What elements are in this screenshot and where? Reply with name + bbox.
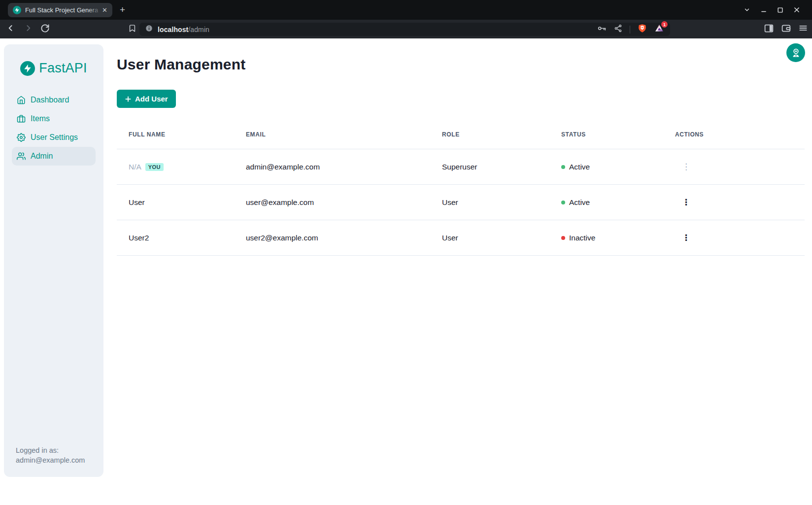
add-user-label: Add User [135, 95, 168, 103]
col-status: STATUS [549, 131, 663, 138]
sidebar-item-label: Dashboard [31, 96, 69, 104]
sidebar-item-items[interactable]: Items [12, 109, 96, 128]
status-text: Active [569, 198, 590, 207]
status-dot [561, 165, 565, 169]
col-full-name: FULL NAME [117, 131, 234, 138]
bookmark-icon[interactable] [128, 24, 136, 34]
brave-rewards-icon[interactable]: 1 [654, 24, 664, 35]
rewards-badge: 1 [661, 21, 668, 28]
gear-icon [17, 133, 26, 142]
users-table: FULL NAME EMAIL ROLE STATUS ACTIONS N/A … [117, 120, 805, 256]
url-text: localhost/admin [158, 26, 209, 34]
sidebar-toggle-icon[interactable] [764, 23, 774, 35]
add-user-button[interactable]: Add User [117, 90, 176, 108]
close-window-icon[interactable] [793, 6, 800, 13]
minimize-icon[interactable] [760, 6, 767, 13]
new-tab-icon[interactable]: + [120, 4, 125, 16]
logo-text: FastAPI [39, 61, 87, 76]
password-key-icon[interactable] [597, 24, 607, 35]
tab-search-chevron-icon[interactable] [744, 6, 750, 13]
sidebar-item-user-settings[interactable]: User Settings [12, 128, 96, 147]
user-email: user@example.com [234, 198, 430, 207]
sidebar-item-dashboard[interactable]: Dashboard [12, 91, 96, 109]
app-page: FastAPI Dashboard Items User Settings Ad… [0, 38, 812, 505]
maximize-icon[interactable] [777, 7, 783, 13]
you-badge: YOU [145, 163, 164, 171]
browser-titlebar: Full Stack Project Genera ✕ + [0, 0, 812, 20]
back-icon[interactable] [6, 23, 16, 35]
logged-in-footer: Logged in as: admin@example.com [16, 445, 85, 465]
status-dot [561, 236, 565, 240]
row-actions-menu-icon[interactable]: ⋮ [682, 163, 690, 171]
logged-in-label: Logged in as: [16, 445, 85, 455]
plus-icon [125, 96, 132, 102]
brave-shield-icon[interactable] [638, 24, 647, 35]
user-full-name: N/A [129, 163, 141, 171]
user-role: User [430, 234, 549, 242]
fastapi-bolt-icon [20, 61, 35, 76]
table-header-row: FULL NAME EMAIL ROLE STATUS ACTIONS [117, 120, 805, 149]
reload-icon[interactable] [40, 24, 50, 35]
share-icon[interactable] [614, 24, 622, 34]
page-title: User Management [117, 56, 805, 73]
col-actions: ACTIONS [663, 131, 805, 138]
sidebar: FastAPI Dashboard Items User Settings Ad… [4, 44, 103, 477]
status-text: Active [569, 163, 590, 171]
table-row: User user@example.com User Active ⋮ [117, 185, 805, 220]
home-icon [17, 96, 26, 104]
user-full-name: User2 [129, 234, 149, 242]
forward-icon[interactable] [23, 23, 33, 35]
logged-in-email: admin@example.com [16, 455, 85, 465]
fastapi-favicon-icon [13, 6, 21, 14]
table-row: N/A YOU admin@example.com Superuser Acti… [117, 149, 805, 185]
sidebar-item-label: Items [31, 114, 50, 123]
menu-hamburger-icon[interactable] [798, 23, 808, 35]
sidebar-item-admin[interactable]: Admin [12, 147, 96, 166]
wallet-icon[interactable] [781, 23, 791, 35]
user-role: Superuser [430, 163, 549, 171]
status-text: Inactive [569, 234, 595, 242]
url-host: localhost [158, 26, 188, 34]
fastapi-logo: FastAPI [4, 61, 103, 76]
row-actions-menu-icon[interactable]: ⋮ [682, 234, 690, 242]
sidebar-item-label: User Settings [31, 133, 78, 142]
user-email: user2@example.com [234, 234, 430, 242]
row-actions-menu-icon[interactable]: ⋮ [682, 198, 690, 206]
sidebar-item-label: Admin [31, 152, 53, 161]
browser-toolbar: localhost/admin 1 [0, 20, 812, 38]
browser-tab[interactable]: Full Stack Project Genera ✕ [8, 3, 112, 17]
site-info-icon[interactable] [145, 25, 153, 34]
user-email: admin@example.com [234, 163, 430, 171]
col-email: EMAIL [234, 131, 430, 138]
user-role: User [430, 198, 549, 207]
toolbar-divider [630, 26, 630, 34]
users-icon [17, 152, 26, 161]
briefcase-icon [17, 114, 26, 123]
sidebar-nav: Dashboard Items User Settings Admin [4, 91, 103, 166]
address-bar[interactable]: localhost/admin 1 [139, 23, 670, 36]
col-role: ROLE [430, 131, 549, 138]
tab-title-fade [88, 3, 102, 17]
tab-close-icon[interactable]: ✕ [101, 6, 108, 14]
user-full-name: User [129, 198, 145, 207]
main-content: User Management Add User FULL NAME EMAIL… [117, 38, 805, 256]
url-path: /admin [188, 26, 209, 34]
status-dot [561, 201, 565, 204]
table-row: User2 user2@example.com User Inactive ⋮ [117, 220, 805, 256]
